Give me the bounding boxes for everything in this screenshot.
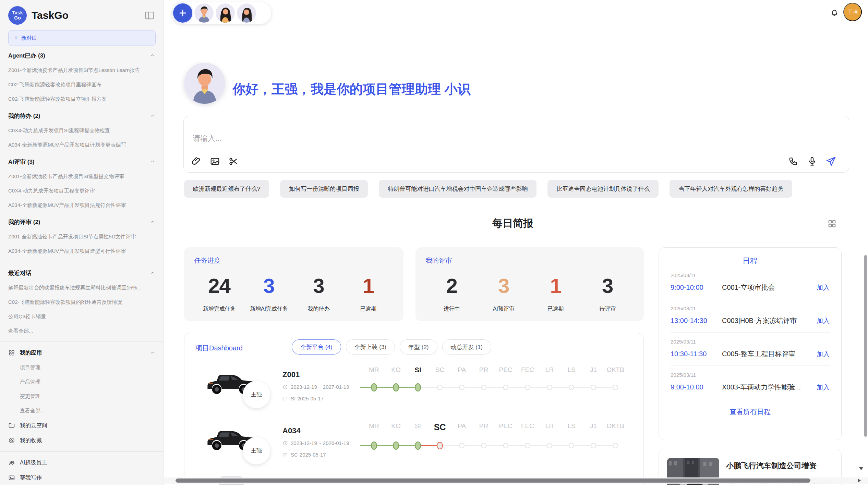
recent-chat-item[interactable]: 公司Q3轻卡销量 xyxy=(8,309,155,324)
sidebar-item[interactable]: Z001-全新燃油轻卡产品开发项目SI造型提交物评审 xyxy=(8,169,155,184)
flag-label: SC-2025-05-17 xyxy=(291,452,326,458)
section-header-my-review[interactable]: 我的评审 (2) xyxy=(8,214,155,229)
sidebar-item[interactable]: Z001-全新燃油轻卡产品开发项目SI节点属性5D文件评审 xyxy=(8,229,155,244)
clock-icon xyxy=(282,384,288,390)
sidebar-item-my-apps[interactable]: 我的应用 xyxy=(8,345,155,360)
sidebar-item-help-me-write[interactable]: 帮我写作 xyxy=(8,470,155,485)
briefing-layout-button[interactable] xyxy=(827,219,837,229)
milestone-timeline: MR KO SI SC PA PR PEC FEC LR LS J1 OKTB xyxy=(363,419,634,451)
stat-value: 3 xyxy=(294,271,343,301)
section-header-agent-done[interactable]: Agent已办 (3) xyxy=(8,48,155,63)
app-title: TaskGo xyxy=(32,10,144,21)
section-title: 我的评审 (2) xyxy=(8,218,40,226)
stat-label: AI预评审 xyxy=(478,306,530,313)
people-icon xyxy=(8,459,15,466)
new-chat-button[interactable]: + 新对话 xyxy=(8,30,156,46)
join-event-button[interactable]: 加入 xyxy=(817,383,830,392)
join-event-button[interactable]: 加入 xyxy=(817,350,830,359)
my-apps-label: 我的应用 xyxy=(20,349,42,357)
suggestion-chip[interactable]: 特朗普可能对进口汽车增税会对中国车企造成哪些影响 xyxy=(379,180,537,198)
suggestion-chip[interactable]: 比亚迪全固态电池计划具体说了什么 xyxy=(547,180,659,198)
project-dates: 2023-12-19 ~ 2027-01-19 xyxy=(282,384,349,390)
milestone-label: J1 xyxy=(582,422,604,432)
vertical-scrollbar-thumb[interactable] xyxy=(864,255,867,437)
insert-image-button[interactable] xyxy=(210,156,221,167)
tab-new-platform[interactable]: 全新平台 (4) xyxy=(292,339,341,355)
sidebar-item-project-mgmt[interactable]: 项目管理 xyxy=(8,360,155,375)
scroll-down-arrow[interactable] xyxy=(859,467,863,470)
event-time: 10:30-11:30 xyxy=(671,350,722,358)
milestone-dot xyxy=(459,443,465,448)
folder-icon xyxy=(8,422,15,429)
section-title: AI评审 (3) xyxy=(8,158,35,166)
sidebar-item[interactable]: C02-飞腾新能源轻客改款项目里程碑画布 xyxy=(8,77,155,92)
section-header-my-todo[interactable]: 我的待办 (2) xyxy=(8,108,155,123)
sidebar-item[interactable]: C02-飞腾新能源轻客改款项目立项汇报方案 xyxy=(8,92,155,106)
agent-avatar-2[interactable] xyxy=(216,3,235,23)
attach-file-button[interactable] xyxy=(191,156,202,167)
sidebar-section-my-todo: 我的待办 (2) C0X4-动力总成开发项目SI里程碑提交物检查 A034-全新… xyxy=(8,108,155,152)
message-input[interactable] xyxy=(193,134,741,143)
sidebar-item[interactable]: A034-全新新能源MUV产品开发项目造型可行性评审 xyxy=(8,244,155,258)
cloud-space-label: 我的云空间 xyxy=(20,422,47,429)
composer-left-tools xyxy=(191,156,239,167)
view-all-chats-link[interactable]: 查看全部... xyxy=(8,324,155,338)
sidebar-item[interactable]: A034-全新新能源MUV产品开发项目计划变更表编写 xyxy=(8,138,155,152)
milestone-dot-done xyxy=(415,442,421,450)
recent-chat-item[interactable]: C02-飞腾新能源轻客改款项目的闭环通告反馈情况 xyxy=(8,295,155,309)
microphone-button[interactable] xyxy=(807,156,818,167)
milestone-labels: MR KO SI SC PA PR PEC FEC LR LS J1 OKTB xyxy=(363,422,634,432)
join-event-button[interactable]: 加入 xyxy=(817,283,830,292)
project-row-a034[interactable]: 王强 A034 2023-12-19 ~ 2026-01-19 SC-2025-… xyxy=(184,419,643,477)
milestone-dot xyxy=(503,443,508,448)
sidebar-item[interactable]: A034-全新新能源MUV产品开发项目法规符合性评审 xyxy=(8,198,155,212)
sidebar-item[interactable]: C0X4-动力总成开发项目SI里程碑提交物检查 xyxy=(8,123,155,138)
section-header-ai-review[interactable]: AI评审 (3) xyxy=(8,154,155,169)
event-name: C003|H0B-方案冻结评审 xyxy=(722,316,817,325)
schedule-event: 2025/03/11 9:00-10:00 X003-车辆动力学性能验... 加… xyxy=(671,366,830,399)
task-progress-stats: 24 新增完成任务 3 新增AI完成任务 3 我的待办 1 已逾期 xyxy=(194,271,393,313)
send-button[interactable] xyxy=(825,156,836,167)
tab-new-body[interactable]: 全新上装 (3) xyxy=(346,339,395,355)
sidebar-item-ai-super-staff[interactable]: AI超级员工 xyxy=(8,455,155,470)
suggestion-chip[interactable]: 欧洲新规最近颁布了什么? xyxy=(184,180,269,198)
tab-model-year[interactable]: 年型 (2) xyxy=(400,339,437,355)
horizontal-scrollbar-thumb[interactable] xyxy=(176,478,810,483)
my-review-card: 我的评审 2 进行中 3 AI预评审 1 已逾期 3 待评审 xyxy=(415,247,644,321)
milestone-dot xyxy=(459,385,465,390)
plus-icon: + xyxy=(14,34,18,42)
sidebar-item-favorites[interactable]: 我的收藏 xyxy=(8,433,155,448)
schedule-title: 日程 xyxy=(671,256,830,266)
sidebar-item-cloud-space[interactable]: 我的云空间 xyxy=(8,418,155,433)
section-header-recent[interactable]: 最近对话 xyxy=(8,265,155,281)
event-date: 2025/03/11 xyxy=(671,272,830,278)
project-name: A034 xyxy=(282,426,301,435)
suggestion-chip[interactable]: 如何写一份清晰的项目周报 xyxy=(280,180,368,198)
sidebar-item[interactable]: Z001-全新燃油皮卡产品开发项目SI节点Lesson Learn报告 xyxy=(8,63,155,77)
tab-powertrain[interactable]: 动总开发 (1) xyxy=(442,339,492,355)
agent-avatar-3[interactable] xyxy=(237,3,256,23)
sidebar-item[interactable]: C0X4-动力总成开发项目工程变更评审 xyxy=(8,184,155,198)
milestone-label: SC xyxy=(429,366,451,374)
recent-chat-item[interactable]: 解释最新出台的欧盟报废车法规再生塑料比例被调至15%... xyxy=(8,281,155,295)
notifications-button[interactable] xyxy=(829,7,840,18)
suggestion-chip[interactable]: 当下年轻人对汽车外观有怎样的喜好趋势 xyxy=(670,180,792,198)
user-avatar[interactable]: 王强 xyxy=(843,3,862,21)
snippet-button[interactable] xyxy=(228,156,239,167)
sidebar-collapse-button[interactable] xyxy=(144,10,155,21)
view-all-schedule-link[interactable]: 查看所有日程 xyxy=(730,407,771,416)
sidebar-item-change-mgmt[interactable]: 变更管理 xyxy=(8,389,155,403)
sidebar-item-product-mgmt[interactable]: 产品管理 xyxy=(8,375,155,389)
agent-avatar-1[interactable] xyxy=(194,3,214,23)
my-review-title: 我的评审 xyxy=(426,256,634,265)
clock-icon xyxy=(282,440,288,446)
project-row-z001[interactable]: 王强 Z001 2023-12-19 ~ 2027-01-19 SI-2025-… xyxy=(184,363,643,421)
view-all-apps-link[interactable]: 查看全部... xyxy=(8,403,155,418)
milestone-dot xyxy=(613,443,618,448)
stat-label: 待评审 xyxy=(582,306,634,313)
scroll-right-arrow[interactable] xyxy=(858,478,861,483)
add-agent-button[interactable] xyxy=(173,3,192,23)
section-title: 最近对话 xyxy=(8,269,32,277)
voice-call-button[interactable] xyxy=(788,156,799,167)
join-event-button[interactable]: 加入 xyxy=(817,316,830,325)
